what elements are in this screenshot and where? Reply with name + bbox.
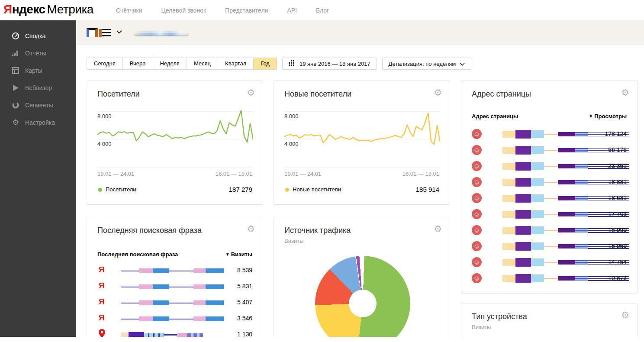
visits-value: 3 546 — [237, 315, 252, 322]
map-pin-icon — [99, 329, 105, 337]
nav-blog[interactable]: Блог — [316, 7, 329, 14]
widget-title: Источник трафика — [284, 226, 351, 235]
yandex-icon: Я — [99, 265, 105, 274]
views-value: 23 351 — [608, 162, 627, 169]
column-header-visits[interactable]: ▼Визиты — [225, 251, 252, 258]
yandex-icon: Я — [99, 313, 105, 323]
column-header-views[interactable]: ▼Просмотры — [589, 113, 627, 119]
widget-search-phrase: Последняя поисковая фраза ⚙ Последняя по… — [87, 217, 263, 337]
sidebar-label: Отчёты — [25, 50, 46, 57]
site-favicon-icon: ☺ — [472, 177, 482, 187]
site-selector[interactable] — [87, 28, 122, 37]
table-row[interactable]: ☺15 959 — [461, 238, 637, 254]
table-row[interactable]: Я5 407 — [87, 294, 263, 310]
sidebar-item-maps[interactable]: Карты — [0, 62, 76, 79]
legend-total: 187 279 — [229, 186, 252, 193]
visits-value: 5 831 — [237, 283, 252, 290]
sidebar: Сводка Отчёты Карты Вебвизор Сегменты — [0, 20, 76, 337]
views-value: 15 999 — [608, 226, 627, 233]
nav-target-call[interactable]: Целевой звонок — [161, 7, 206, 14]
table-row[interactable]: ☺15 999 — [461, 222, 637, 238]
sidebar-label: Сводка — [25, 32, 45, 39]
widget-title: Новые посетители — [284, 90, 351, 99]
yandex-icon: Я — [99, 297, 105, 307]
site-selector-bar — [76, 20, 644, 45]
sidebar-item-segments[interactable]: Сегменты — [0, 97, 76, 114]
y-tick: 8 000 — [97, 113, 112, 119]
yandex-metrica-logo[interactable]: ЯндексМетрика — [3, 3, 93, 16]
chevron-down-icon — [116, 28, 122, 35]
sidebar-item-webvisor[interactable]: Вебвизор — [0, 79, 76, 97]
table-row[interactable]: ☺18 681 — [461, 190, 637, 206]
site-favicon-icon: ☺ — [472, 241, 482, 251]
widget-new-visitors: Новые посетители ⚙ 8 000 4 000 19.01 — 2… — [274, 81, 450, 205]
visits-value: 5 407 — [237, 299, 252, 306]
redacted-phrase — [121, 268, 224, 274]
widget-settings-gear-icon[interactable]: ⚙ — [247, 224, 255, 233]
app-window: ЯндексМетрика Счётчики Целевой звонок Пр… — [0, 0, 644, 342]
x-label-start: 19.01 — 24.01 — [97, 171, 134, 177]
nav-api[interactable]: API — [287, 7, 297, 14]
period-yesterday-button[interactable]: Вчера — [123, 58, 153, 69]
views-value: 17 703 — [608, 210, 627, 217]
logo-rest: ндекс — [12, 3, 45, 16]
nav-counters[interactable]: Счётчики — [116, 7, 142, 14]
sidebar-item-settings[interactable]: ⚙ Настройка — [0, 114, 76, 131]
speedometer-icon — [12, 32, 19, 40]
column-header-phrase[interactable]: Последняя поисковая фраза — [97, 251, 178, 258]
widget-settings-gear-icon[interactable]: ⚙ — [434, 88, 442, 97]
views-value: 18 681 — [608, 194, 627, 201]
period-toolbar: Сегодня Вчера Неделя Месяц Квартал Год 1… — [87, 58, 471, 70]
table-row[interactable]: ☺14 754 — [461, 254, 637, 270]
nav-representatives[interactable]: Представители — [225, 7, 268, 14]
table-row[interactable]: Я3 546 — [87, 310, 263, 326]
new-visitors-line-chart[interactable] — [284, 108, 440, 171]
date-range-picker[interactable]: 19 янв 2016 — 18 янв 2017 — [282, 58, 377, 70]
traffic-source-donut-chart[interactable] — [315, 256, 410, 337]
legend-row: Новые посетители 185 914 — [284, 186, 439, 194]
sidebar-item-reports[interactable]: Отчёты — [0, 45, 76, 62]
table-row[interactable]: ☺18 881 — [461, 174, 637, 190]
sidebar-item-summary[interactable]: Сводка — [0, 27, 76, 45]
bar-chart-icon — [12, 49, 19, 57]
layout-icon — [12, 67, 19, 74]
main-content: Сегодня Вчера Неделя Месяц Квартал Год 1… — [76, 20, 644, 337]
table-row[interactable]: ☺56 176 — [461, 142, 637, 158]
legend-dot — [285, 188, 289, 192]
period-year-button[interactable]: Год — [254, 58, 277, 69]
widget-visitors: Посетители ⚙ 8 000 4 000 19.01 — 24.01 1… — [87, 81, 263, 205]
period-week-button[interactable]: Неделя — [153, 58, 187, 69]
sidebar-label: Вебвизор — [25, 84, 52, 91]
detalization-dropdown[interactable]: Детализация: по неделям — [382, 58, 472, 70]
period-quarter-button[interactable]: Квартал — [218, 58, 254, 69]
yandex-icon: Я — [99, 281, 105, 290]
table-row[interactable]: Я5 831 — [87, 278, 263, 294]
legend-dot — [98, 188, 102, 192]
views-value: 56 176 — [608, 146, 627, 153]
site-favicon-icon: ☺ — [472, 129, 482, 139]
widget-settings-gear-icon[interactable]: ⚙ — [247, 88, 255, 97]
views-value: 18 881 — [608, 178, 627, 185]
table-row[interactable]: ☺23 351 — [461, 158, 637, 174]
visitors-line-chart[interactable] — [97, 108, 253, 171]
redacted-site-name[interactable] — [134, 31, 189, 36]
sort-desc-icon: ▼ — [589, 114, 593, 119]
widget-device-type: Тип устройства Визиты ⚙ — [461, 303, 638, 337]
table-row[interactable]: ☺178 124 — [461, 126, 637, 142]
x-label-end: 16.01 — 18.01 — [402, 171, 439, 177]
period-month-button[interactable]: Месяц — [187, 58, 218, 69]
table-row[interactable]: 1 130 — [87, 326, 263, 337]
widget-traffic-source: Источник трафика Визиты ⚙ — [274, 217, 450, 337]
site-favicon-icon: ☺ — [472, 161, 482, 171]
widget-settings-gear-icon[interactable]: ⚙ — [621, 88, 629, 97]
widget-settings-gear-icon[interactable]: ⚙ — [621, 310, 629, 319]
table-row[interactable]: ☺17 703 — [461, 206, 637, 222]
redacted-phrase — [121, 332, 203, 337]
column-header-url[interactable]: Адрес страницы — [472, 113, 518, 119]
period-today-button[interactable]: Сегодня — [87, 58, 123, 69]
detalization-label: Детализация: по неделям — [389, 61, 456, 67]
site-favicon-icon: ☺ — [472, 209, 482, 219]
table-row[interactable]: Я8 539 — [87, 262, 263, 278]
table-row[interactable]: ☺10 873 — [461, 270, 637, 286]
widget-settings-gear-icon[interactable]: ⚙ — [434, 224, 442, 233]
